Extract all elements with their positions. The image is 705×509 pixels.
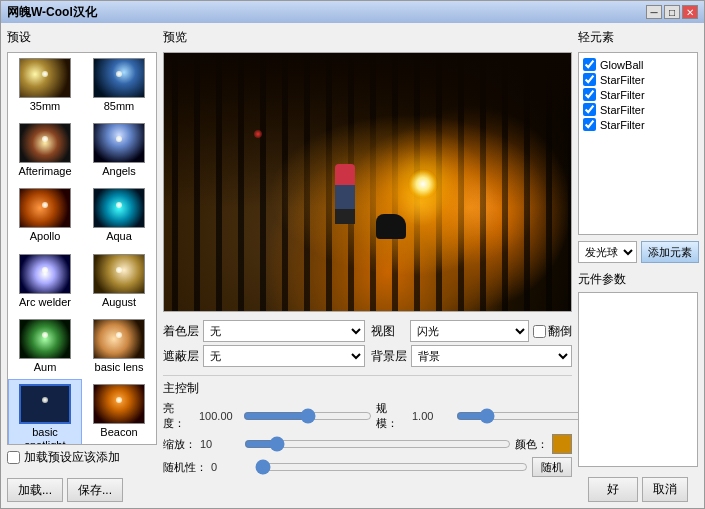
- preset-item-basiclens[interactable]: basic lens: [82, 314, 156, 379]
- bottom-buttons: 好 取消: [578, 471, 698, 502]
- brightness-value: 100.00: [199, 410, 239, 422]
- flip-label: 翻倒: [548, 323, 572, 340]
- main-controls: 主控制 亮度： 100.00 规模： 1.00 缩放： 10 颜色：: [163, 375, 572, 480]
- maximize-button[interactable]: □: [664, 5, 680, 19]
- scale-value: 1.00: [412, 410, 452, 422]
- preset-label-afterimage: Afterimage: [18, 165, 71, 178]
- preset-item-afterimage[interactable]: Afterimage: [8, 118, 82, 183]
- preset-label-basicspotlight: basic spotlight: [11, 426, 79, 445]
- view-row: 视图 闪光 翻倒: [371, 320, 573, 342]
- ok-button[interactable]: 好: [588, 477, 638, 502]
- preset-label-aqua: Aqua: [106, 230, 132, 243]
- preset-thumb-aum: [19, 319, 71, 359]
- presets-grid: 35mm85mmAfterimageAngelsApolloAquaArc we…: [8, 53, 156, 445]
- light-element-checkbox-4[interactable]: [583, 118, 596, 131]
- main-window: 网魄W-Cool汉化 ─ □ ✕ 预设 35mm85mmAfterimageAn…: [0, 0, 705, 509]
- preset-item-apollo[interactable]: Apollo: [8, 183, 82, 248]
- stretch-row: 缩放： 10 颜色：: [163, 434, 572, 454]
- random-label: 随机性：: [163, 460, 207, 475]
- light-element-item-1: StarFilter: [583, 72, 693, 87]
- light-element-item-2: StarFilter: [583, 87, 693, 102]
- preset-item-85mm[interactable]: 85mm: [82, 53, 156, 118]
- preview-area: [163, 52, 572, 312]
- preset-label-beacon: Beacon: [100, 426, 137, 439]
- stretch-value: 10: [200, 438, 240, 450]
- color-layer-label: 着色层: [163, 323, 199, 340]
- brightness-label: 亮度：: [163, 401, 195, 431]
- figure-silhouette: [335, 164, 355, 234]
- mask-select[interactable]: 无: [203, 345, 365, 367]
- preset-bottom-controls: 加载... 保存...: [7, 478, 157, 502]
- scale-label: 规模：: [376, 401, 408, 431]
- minimize-button[interactable]: ─: [646, 5, 662, 19]
- brightness-row: 亮度： 100.00 规模： 1.00: [163, 401, 572, 431]
- color-label: 颜色：: [515, 437, 548, 452]
- light-element-item-3: StarFilter: [583, 102, 693, 117]
- preset-label-35mm: 35mm: [30, 100, 61, 113]
- random-button[interactable]: 随机: [532, 457, 572, 477]
- color-layer-row: 着色层 无: [163, 320, 365, 342]
- center-panel: 预览 着色层 无: [163, 29, 572, 502]
- add-element-button[interactable]: 添加元素: [641, 241, 699, 263]
- mask-layer-row: 遮蔽层 无: [163, 345, 365, 367]
- preset-item-basicspotlight[interactable]: basic spotlight: [8, 379, 82, 445]
- preset-item-35mm[interactable]: 35mm: [8, 53, 82, 118]
- presets-label: 预设: [7, 29, 157, 46]
- preset-label-angels: Angels: [102, 165, 136, 178]
- right-panel: 轻元素 GlowBallStarFilterStarFilterStarFilt…: [578, 29, 698, 502]
- light-elements-box: GlowBallStarFilterStarFilterStarFilterSt…: [578, 52, 698, 235]
- preset-label-arcwelder: Arc welder: [19, 296, 71, 309]
- preset-label-85mm: 85mm: [104, 100, 135, 113]
- preset-item-aum[interactable]: Aum: [8, 314, 82, 379]
- light-element-label-4: StarFilter: [600, 119, 645, 131]
- color-swatch[interactable]: [552, 434, 572, 454]
- main-content: 预设 35mm85mmAfterimageAngelsApolloAquaArc…: [1, 23, 704, 508]
- layer-controls: 着色层 无 视图 闪光 翻倒 遮蔽层: [163, 320, 572, 367]
- random-slider[interactable]: [255, 459, 528, 475]
- add-element-select[interactable]: 发光球: [578, 241, 637, 263]
- preview-image: [164, 53, 571, 311]
- add-on-load-row: 加载预设应该添加: [7, 449, 157, 466]
- preset-thumb-august: [93, 254, 145, 294]
- preset-item-august[interactable]: August: [82, 249, 156, 314]
- preset-label-aum: Aum: [34, 361, 57, 374]
- background-select[interactable]: 背景: [411, 345, 573, 367]
- stretch-slider[interactable]: [244, 436, 511, 452]
- add-on-load-label: 加载预设应该添加: [24, 449, 120, 466]
- element-params-box: [578, 292, 698, 467]
- flip-checkbox-row: 翻倒: [533, 323, 572, 340]
- preset-label-apollo: Apollo: [30, 230, 61, 243]
- light-element-label-3: StarFilter: [600, 104, 645, 116]
- preset-item-angels[interactable]: Angels: [82, 118, 156, 183]
- mask-label: 遮蔽层: [163, 348, 199, 365]
- preset-item-beacon[interactable]: Beacon: [82, 379, 156, 445]
- view-select[interactable]: 闪光: [410, 320, 530, 342]
- title-bar: 网魄W-Cool汉化 ─ □ ✕: [1, 1, 704, 23]
- light-element-checkbox-0[interactable]: [583, 58, 596, 71]
- cancel-button[interactable]: 取消: [642, 477, 688, 502]
- preset-item-arcwelder[interactable]: Arc welder: [8, 249, 82, 314]
- light-element-label-0: GlowBall: [600, 59, 643, 71]
- preview-label: 预览: [163, 29, 572, 46]
- main-controls-title: 主控制: [163, 380, 572, 397]
- color-layer-select[interactable]: 无: [203, 320, 365, 342]
- load-button[interactable]: 加载...: [7, 478, 63, 502]
- close-button[interactable]: ✕: [682, 5, 698, 19]
- preset-thumb-aqua: [93, 188, 145, 228]
- brightness-slider[interactable]: [243, 408, 372, 424]
- light-element-checkbox-2[interactable]: [583, 88, 596, 101]
- scale-slider[interactable]: [456, 408, 585, 424]
- add-on-load-checkbox[interactable]: [7, 451, 20, 464]
- preset-thumb-85mm: [93, 58, 145, 98]
- flip-checkbox[interactable]: [533, 325, 546, 338]
- save-button[interactable]: 保存...: [67, 478, 123, 502]
- light-element-label-1: StarFilter: [600, 74, 645, 86]
- preset-thumb-basiclens: [93, 319, 145, 359]
- preset-item-aqua[interactable]: Aqua: [82, 183, 156, 248]
- light-element-item-0: GlowBall: [583, 57, 693, 72]
- light-element-checkbox-3[interactable]: [583, 103, 596, 116]
- light-element-checkbox-1[interactable]: [583, 73, 596, 86]
- preset-thumb-basicspotlight: [19, 384, 71, 424]
- lens-flare: [254, 130, 262, 138]
- presets-container[interactable]: 35mm85mmAfterimageAngelsApolloAquaArc we…: [7, 52, 157, 445]
